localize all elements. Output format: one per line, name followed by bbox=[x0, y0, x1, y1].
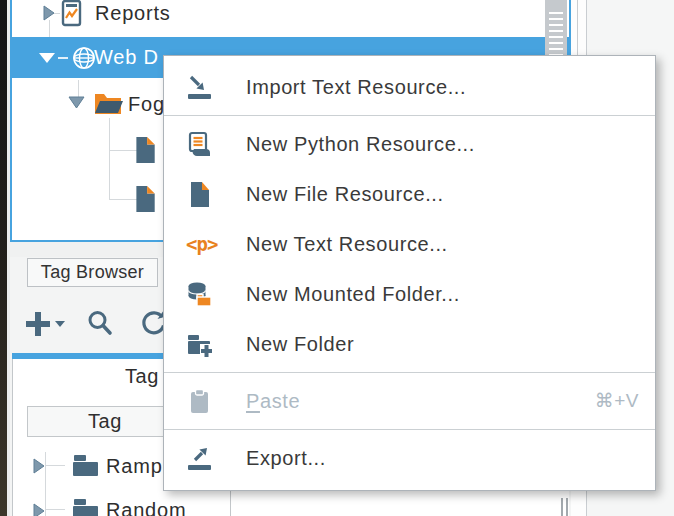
menu-item-label: New Python Resource... bbox=[246, 119, 475, 169]
menu-item-label: Export... bbox=[246, 433, 326, 483]
menu-item-new-text-resource[interactable]: <p> New Text Resource... bbox=[164, 219, 655, 269]
chevron-down-icon bbox=[55, 321, 65, 327]
file-icon[interactable] bbox=[133, 136, 157, 164]
menu-item-label: New Mounted Folder... bbox=[246, 269, 460, 319]
menu-item-export[interactable]: Export... bbox=[164, 433, 655, 483]
chevron-right-icon[interactable] bbox=[32, 503, 46, 516]
chevron-down-icon[interactable] bbox=[68, 96, 86, 109]
scrollbar-grip[interactable] bbox=[566, 498, 568, 516]
tree-item-label: Web D bbox=[94, 37, 159, 78]
add-tag-button[interactable] bbox=[25, 310, 67, 340]
import-icon bbox=[186, 74, 213, 101]
menu-item-label: New File Resource... bbox=[246, 169, 444, 219]
tree-item-reports[interactable]: Reports bbox=[12, 0, 569, 27]
file-icon[interactable] bbox=[133, 185, 157, 213]
tag-item-random[interactable]: Random bbox=[10, 495, 230, 516]
folder-icon bbox=[70, 497, 100, 516]
menu-item-import-text-resource[interactable]: Import Text Resource... bbox=[164, 62, 655, 112]
tree-item-label: Fog bbox=[128, 90, 165, 118]
desktop-edge bbox=[0, 0, 7, 516]
text-resource-icon: <p> bbox=[186, 231, 213, 258]
mounted-folder-icon bbox=[186, 281, 213, 308]
menu-item-new-mounted-folder[interactable]: New Mounted Folder... bbox=[164, 269, 655, 319]
tag-item-label: Ramp bbox=[106, 452, 163, 480]
tag-item-label: Random bbox=[106, 496, 186, 516]
menu-item-new-file-resource[interactable]: New File Resource... bbox=[164, 169, 655, 219]
chevron-down-icon[interactable] bbox=[38, 51, 58, 65]
menu-item-label: New Text Resource... bbox=[246, 219, 448, 269]
file-resource-icon bbox=[186, 181, 213, 208]
menu-separator bbox=[164, 429, 655, 430]
menu-separator bbox=[164, 372, 655, 373]
menu-shortcut: ⌘+V bbox=[595, 376, 639, 426]
menu-item-paste[interactable]: Paste ⌘+V bbox=[164, 376, 655, 426]
menu-item-new-folder[interactable]: New Folder bbox=[164, 319, 655, 369]
menu-item-label: Paste bbox=[246, 376, 300, 426]
tree-connector bbox=[109, 118, 110, 199]
designer-window: Reports Web D Fog bbox=[0, 0, 674, 516]
chevron-right-icon[interactable] bbox=[32, 458, 46, 474]
folder-icon bbox=[70, 453, 100, 477]
tree-item-label: Reports bbox=[95, 0, 171, 27]
search-icon[interactable] bbox=[86, 308, 114, 338]
menu-item-label: Import Text Resource... bbox=[246, 62, 466, 112]
menu-item-new-python-resource[interactable]: New Python Resource... bbox=[164, 119, 655, 169]
tag-table-header-label: Tag bbox=[88, 407, 122, 436]
export-icon bbox=[186, 445, 213, 472]
open-folder-icon bbox=[92, 90, 124, 116]
tag-browser-tab[interactable]: Tag Browser bbox=[27, 258, 158, 287]
menu-item-label: New Folder bbox=[246, 319, 354, 369]
tree-connector bbox=[58, 57, 68, 59]
chevron-right-icon[interactable] bbox=[42, 5, 56, 21]
paste-icon bbox=[186, 388, 213, 415]
tag-column-header: Tag bbox=[125, 362, 159, 390]
new-folder-icon bbox=[186, 331, 213, 358]
panel-border bbox=[577, 0, 578, 60]
scrollbar-grip[interactable] bbox=[561, 498, 563, 516]
python-resource-icon bbox=[186, 131, 213, 158]
context-menu: Import Text Resource... New Python Resou… bbox=[163, 55, 656, 491]
menu-separator bbox=[164, 115, 655, 116]
report-icon bbox=[58, 0, 86, 27]
